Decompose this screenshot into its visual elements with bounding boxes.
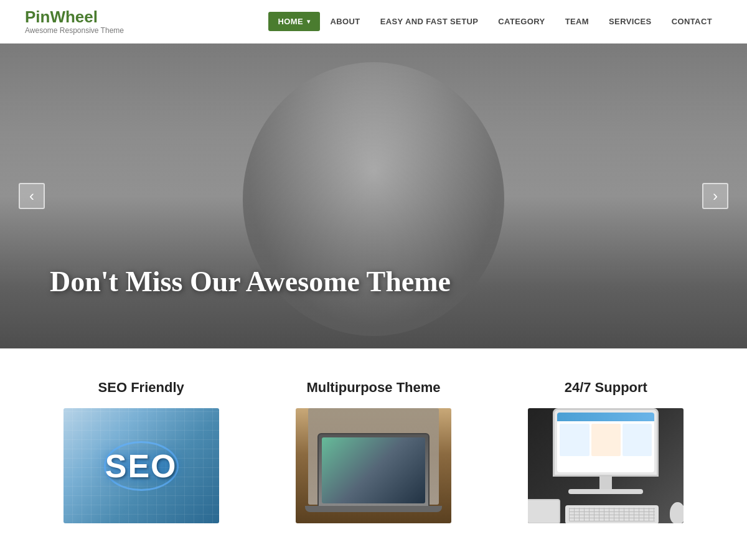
imac-screen (557, 413, 654, 472)
hero-caption: Don't Miss Our Awesome Theme (50, 264, 451, 299)
chevron-down-icon: ▾ (307, 18, 310, 25)
imac-keyboard (565, 505, 659, 524)
laptop-screen (322, 437, 425, 503)
slider-prev-button[interactable]: ‹ (19, 183, 45, 209)
logo-title: PinWheel (25, 8, 124, 26)
feature-seo-image: SEO (63, 408, 219, 523)
nav-item-team[interactable]: TEAM (555, 12, 599, 31)
chevron-right-icon: › (713, 187, 718, 205)
imac-mouse (670, 502, 684, 524)
chevron-left-icon: ‹ (29, 187, 34, 205)
nav-item-easy-fast-setup[interactable]: EASY AND FAST SETUP (370, 12, 489, 31)
nav-item-category[interactable]: CATEGORY (488, 12, 555, 31)
nav-item-services[interactable]: SERVICES (599, 12, 662, 31)
support-image-bg (528, 408, 684, 523)
nav-item-home[interactable]: HOME ▾ (268, 12, 321, 31)
imac-panel-3 (622, 424, 652, 456)
imac-panel-2 (591, 424, 621, 456)
feature-multipurpose-title: Multipurpose Theme (306, 380, 440, 396)
hero-overlay (0, 44, 747, 348)
imac-ipad (528, 499, 560, 524)
feature-support-title: 24/7 Support (565, 380, 647, 396)
main-nav: HOME ▾ ABOUT EASY AND FAST SETUP CATEGOR… (268, 12, 722, 31)
feature-multipurpose: Multipurpose Theme (270, 380, 477, 523)
hero-slider: ‹ › Don't Miss Our Awesome Theme (0, 44, 747, 348)
logo-tagline: Awesome Responsive Theme (25, 26, 124, 35)
nav-item-about[interactable]: ABOUT (320, 12, 370, 31)
site-header: PinWheel Awesome Responsive Theme HOME ▾… (0, 0, 747, 44)
seo-image-bg: SEO (63, 408, 219, 523)
multipurpose-image-bg (296, 408, 451, 523)
nav-item-contact[interactable]: CONTACT (662, 12, 722, 31)
imac-panel-1 (560, 424, 589, 456)
imac-bottom-row (528, 494, 684, 524)
feature-support: 24/7 Support (502, 380, 710, 523)
feature-multipurpose-image (296, 408, 451, 523)
imac-monitor (553, 408, 659, 477)
imac-setup (528, 408, 684, 523)
laptop-shape (317, 433, 430, 508)
feature-seo-title: SEO Friendly (98, 380, 184, 396)
imac-screen-body (557, 421, 654, 459)
imac-base (568, 489, 643, 494)
logo[interactable]: PinWheel Awesome Responsive Theme (25, 8, 124, 35)
seo-label: SEO (105, 447, 177, 485)
feature-seo-friendly: SEO Friendly SEO (37, 380, 245, 523)
feature-support-image (528, 408, 684, 523)
features-section: SEO Friendly SEO Multipurpose Theme 24/7… (0, 348, 747, 536)
slider-next-button[interactable]: › (702, 183, 728, 209)
imac-screen-header (557, 413, 654, 421)
laptop-base (305, 506, 442, 512)
imac-neck (599, 477, 612, 489)
